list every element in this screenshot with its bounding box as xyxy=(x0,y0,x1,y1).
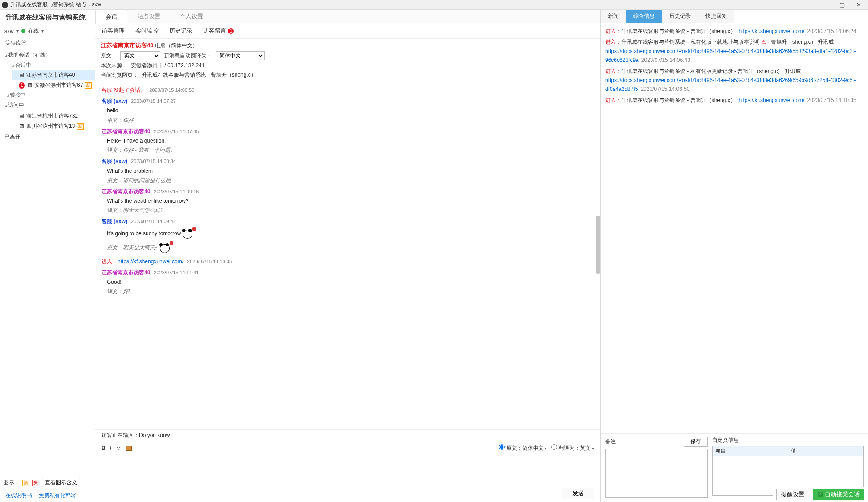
link-deploy[interactable]: 免费私有化部署 xyxy=(39,492,76,498)
tree-group-visiting[interactable]: 访问中 xyxy=(0,100,95,111)
info-link[interactable]: https://kf.shengxunwei.com/ xyxy=(738,97,804,103)
info-title-2: - 曹旭升（sheng.c） 升讯威 xyxy=(766,39,834,45)
msg-body: Hello~ I have a question. xyxy=(102,136,594,146)
app-icon xyxy=(2,2,8,8)
orig-lang-select[interactable]: 英文 xyxy=(120,51,160,60)
waiting-label: 等待应答 xyxy=(0,37,95,49)
info-ts: 2023/07/15 14:06:50 xyxy=(640,86,689,92)
alert-icon: ⚠ xyxy=(761,39,766,45)
monitor-icon: 🖥 xyxy=(27,82,33,89)
send-button[interactable]: 发送 xyxy=(562,488,594,499)
msg-ts: 2023/07/15 14:06:55 xyxy=(149,87,194,93)
session-tree: 我的会话（在线） 会话中 🖥 江苏省南京市访客40 1 🖥 安徽省滁州市访客67… xyxy=(0,49,95,476)
chat-log[interactable]: 客服 发起了会话。2023/07/15 14:06:55 客服 (sxw)202… xyxy=(95,82,600,429)
srv-who: 客服 (sxw) xyxy=(102,218,127,224)
image-button[interactable] xyxy=(126,446,132,451)
link-manual[interactable]: 在线说明书 xyxy=(5,492,32,498)
tree-group-transfer[interactable]: 转接中 xyxy=(6,90,95,100)
italic-button[interactable]: I xyxy=(110,445,111,451)
window-maximize-button[interactable]: ▢ xyxy=(835,1,850,8)
panda-sticker-icon xyxy=(181,227,197,241)
typing-label: 访客正在输入： xyxy=(102,432,139,438)
info-link[interactable]: https://kf.shengxunwei.com/ xyxy=(738,28,804,34)
tree-visitor-4[interactable]: 🖥 四川省泸州市访客13 新 xyxy=(12,121,95,131)
tree-group-left[interactable]: 已离开 xyxy=(0,131,95,143)
msg-orig: 译文：明天天气怎么样? xyxy=(102,206,594,215)
legend-help-button[interactable]: 查看图示含义 xyxy=(42,478,80,487)
emoji-button[interactable]: ☺ xyxy=(116,445,121,451)
window-title: 升讯威在线客服与营销系统 站点：sxw xyxy=(10,1,818,8)
editor-trans-radio[interactable]: 翻译为：英文 xyxy=(551,444,594,452)
msg-orig: 原文：明天是大晴天~ xyxy=(102,241,594,255)
tab-session[interactable]: 会话 xyxy=(95,10,127,24)
auto-trans-select[interactable]: 简体中文 xyxy=(216,51,265,60)
legend-new-icon: 新 xyxy=(22,480,29,486)
tab-personal-settings[interactable]: 个人设置 xyxy=(170,10,213,23)
remark-textarea[interactable] xyxy=(605,449,708,498)
site-code: sxw xyxy=(4,28,14,34)
rtab-info[interactable]: 综合信息 xyxy=(626,10,662,23)
vis-who: 江苏省南京市访客40 xyxy=(102,269,150,276)
msg-orig: 原文：你好 xyxy=(102,116,594,125)
visitor-device: 电脑（简体中文） xyxy=(155,42,198,49)
subnav-messages-label: 访客留言 xyxy=(203,27,226,35)
window-titlebar: 升讯威在线客服与营销系统 站点：sxw — ▢ ✕ xyxy=(0,0,868,10)
reminder-settings-button[interactable]: 提醒设置 xyxy=(776,489,809,500)
scrollbar-thumb[interactable] xyxy=(596,216,600,274)
msg-body: Good! xyxy=(102,277,594,287)
info-title: 升讯威在线客服与营销系统 - 私有化版下载地址与版本说明 xyxy=(621,39,761,45)
tree-visitor-1[interactable]: 🖥 江苏省南京市访客40 xyxy=(12,70,95,80)
source-value: 安徽省滁州市 / 60.172.132.241 xyxy=(131,62,204,69)
msg-body: hello xyxy=(102,106,594,116)
status-dot-icon xyxy=(21,29,25,33)
new-badge: 新 xyxy=(77,123,84,130)
tree-visitor-3[interactable]: 🖥 浙江省杭州市访客732 xyxy=(12,111,95,121)
info-ts: 2023/07/15 14:10:35 xyxy=(807,97,856,103)
msg-ts: 2023/07/15 14:09:16 xyxy=(154,189,199,194)
rtab-history[interactable]: 历史记录 xyxy=(662,10,698,23)
legend-label: 图示： xyxy=(4,479,20,486)
msg-body: What's the weather like tomorrow? xyxy=(102,196,594,206)
auto-accept-toggle[interactable]: 自动接受会话 xyxy=(813,489,864,500)
info-list[interactable]: 进入：升讯威在线客服与营销系统 - 曹旭升（sheng.c） https://k… xyxy=(601,23,868,433)
rtab-quickreply[interactable]: 快捷回复 xyxy=(698,10,734,23)
info-pre: 进入： xyxy=(605,28,621,34)
info-title: 升讯威在线客服与营销系统 - 私有化版更新记录 - 曹旭升（sheng.c） 升… xyxy=(621,68,801,74)
editor-orig-radio[interactable]: 原文：简体中文 xyxy=(499,444,547,452)
enter-link[interactable]: https://kf.shengxunwei.com/ xyxy=(118,258,183,265)
subnav-visitor-mgmt[interactable]: 访客管理 xyxy=(102,27,125,35)
main-tabs: 会话 站点设置 个人设置 xyxy=(95,10,600,23)
remark-label: 备注 xyxy=(605,438,616,445)
window-close-button[interactable]: ✕ xyxy=(851,1,866,8)
message-input[interactable] xyxy=(102,455,594,485)
typing-text: Do you konw xyxy=(139,432,170,438)
subnav-messages[interactable]: 访客留言 1 xyxy=(203,27,234,35)
status-text: 在线 xyxy=(28,27,39,35)
unread-badge: 1 xyxy=(19,82,25,89)
tree-group-in-session[interactable]: 会话中 xyxy=(12,61,95,70)
msg-ts: 2023/07/15 14:09:42 xyxy=(131,219,176,224)
rtab-news[interactable]: 新闻 xyxy=(601,10,626,23)
tree-visitor-2[interactable]: 1 🖥 安徽省滁州市访客67 新 xyxy=(12,80,95,90)
subnav-realtime[interactable]: 实时监控 xyxy=(135,27,159,35)
msg-ts: 2023/07/15 14:11:41 xyxy=(154,270,199,275)
source-label: 本次来源： xyxy=(101,62,127,69)
info-title: 升讯威在线客服与营销系统 - 曹旭升（sheng.c） xyxy=(621,97,736,103)
save-remark-button[interactable]: 保存 xyxy=(684,437,708,447)
msg-ts: 2023/07/15 14:07:45 xyxy=(154,129,199,134)
tree-visitor-4-label: 四川省泸州市访客13 xyxy=(26,122,75,130)
tab-site-settings[interactable]: 站点设置 xyxy=(127,10,170,23)
tree-group-my-sessions[interactable]: 我的会话（在线） xyxy=(0,49,95,61)
th-val: 值 xyxy=(788,446,864,456)
monitor-icon: 🖥 xyxy=(19,72,24,78)
window-minimize-button[interactable]: — xyxy=(818,1,833,8)
new-badge: 新 xyxy=(85,82,92,89)
message-count-badge: 1 xyxy=(228,28,234,34)
msg-body: What's the problem xyxy=(102,166,594,176)
status-dropdown-icon[interactable]: ▾ xyxy=(41,29,44,33)
bold-button[interactable]: B xyxy=(102,445,106,451)
msg-ts: 2023/07/15 14:07:27 xyxy=(131,98,176,104)
site-dropdown-icon[interactable]: ▾ xyxy=(16,29,19,33)
panda-sticker-icon xyxy=(158,241,174,255)
subnav-history[interactable]: 历史记录 xyxy=(169,27,192,35)
